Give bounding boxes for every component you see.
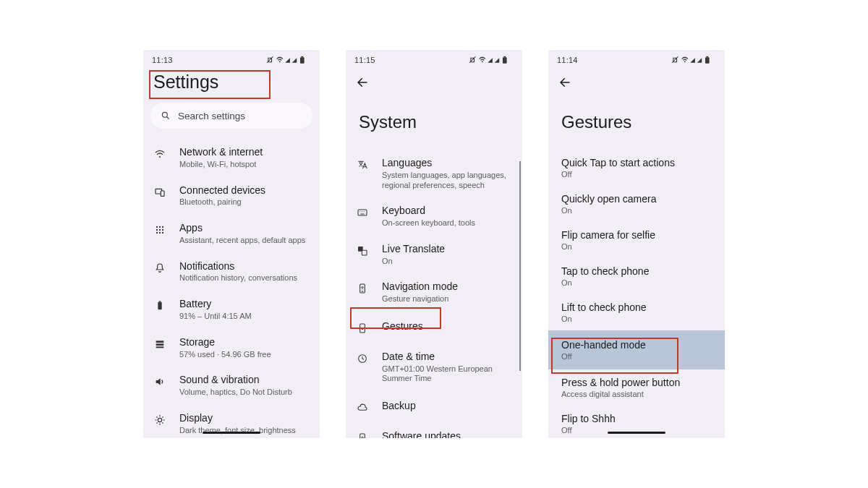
item-sub: GMT+01:00 Western European Summer Time [382, 364, 512, 385]
settings-item-apps[interactable]: AppsAssistant, recent apps, default apps [143, 215, 320, 253]
item-title: Connected devices [179, 184, 310, 197]
svg-point-16 [162, 232, 163, 234]
item-sub: Dark theme, font size, brightness [179, 426, 310, 436]
status-time: 11:15 [354, 56, 375, 64]
item-title: Press & hold power button [561, 377, 712, 388]
gesture-nav-pill[interactable] [608, 432, 665, 434]
scrollbar[interactable] [519, 161, 521, 371]
gesture-item-quicktap[interactable]: Quick Tap to start actions Off [548, 150, 725, 186]
clock-icon [356, 352, 369, 365]
item-title: Live Translate [382, 243, 512, 255]
phone-system: 11:15 System LanguagesSystem languages, … [346, 50, 522, 438]
status-bar: 11:14 [548, 51, 725, 69]
battery-icon [153, 299, 166, 312]
item-sub: Access digital assistant [561, 390, 712, 398]
settings-item-storage[interactable]: Storage57% used · 54.96 GB free [143, 329, 320, 367]
item-sub: Off [561, 170, 712, 179]
cloud-icon [356, 401, 369, 414]
item-title: Quickly open camera [561, 193, 712, 205]
back-button[interactable] [548, 69, 725, 92]
gesture-item-power[interactable]: Press & hold power button Access digital… [548, 369, 725, 406]
item-title: Backup [382, 400, 512, 412]
arrow-left-icon [558, 76, 571, 89]
page-title: Settings [143, 69, 320, 98]
system-item-navigation[interactable]: Navigation modeGesture navigation [346, 273, 522, 312]
svg-rect-23 [358, 210, 367, 215]
item-sub: Notification history, conversations [179, 273, 310, 283]
item-title: Battery [179, 298, 310, 310]
settings-item-network[interactable]: Network & internetMobile, Wi-Fi, hotspot [143, 139, 320, 177]
status-icons [671, 56, 716, 64]
search-icon [161, 111, 171, 121]
item-title: Display [179, 412, 310, 424]
system-item-languages[interactable]: LanguagesSystem languages, app languages… [346, 150, 522, 197]
item-title: Flip camera for selfie [561, 229, 712, 241]
system-item-gestures[interactable]: Gestures [346, 312, 522, 343]
settings-item-connected[interactable]: Connected devicesBluetooth, pairing [143, 177, 320, 215]
svg-rect-20 [156, 343, 164, 346]
item-title: Keyboard [382, 205, 512, 217]
navigation-icon [356, 282, 369, 295]
gesture-nav-pill[interactable] [203, 432, 260, 434]
item-title: Languages [382, 157, 512, 169]
search-settings[interactable]: Search settings [150, 103, 312, 129]
wifi-icon [153, 147, 166, 160]
bell-icon [153, 262, 166, 275]
svg-rect-21 [156, 346, 164, 348]
item-title: Sound & vibration [179, 374, 310, 386]
system-item-backup[interactable]: Backup [346, 391, 522, 423]
item-sub: Gesture navigation [382, 294, 512, 304]
system-item-keyboard[interactable]: KeyboardOn-screen keyboard, tools [346, 197, 522, 236]
item-title: Notifications [179, 260, 310, 273]
item-sub: Bluetooth, pairing [179, 197, 310, 207]
item-title: Gestures [382, 320, 512, 333]
status-icons [469, 56, 514, 64]
update-icon [356, 432, 369, 438]
item-title: Flip to Shhh [561, 413, 712, 424]
back-button[interactable] [346, 69, 522, 92]
item-title: Date & time [382, 351, 512, 363]
svg-point-14 [156, 232, 158, 234]
item-title: Lift to check phone [561, 301, 712, 313]
gesture-item-flipcam[interactable]: Flip camera for selfie On [548, 222, 725, 258]
svg-rect-7 [161, 191, 164, 196]
system-item-updates[interactable]: Software updatesMake your Pixel even bet… [346, 423, 522, 438]
settings-item-notifications[interactable]: NotificationsNotification history, conve… [143, 253, 320, 291]
svg-point-5 [159, 156, 161, 158]
status-time: 11:13 [152, 56, 173, 64]
sound-icon [153, 375, 166, 388]
svg-rect-25 [362, 250, 367, 255]
item-sub: Off [561, 352, 712, 361]
item-sub: On-screen keyboard, tools [382, 218, 512, 228]
gesture-item-onehanded[interactable]: One-handed mode Off [548, 330, 725, 369]
page-title: Gestures [548, 92, 725, 150]
gesture-item-tapcheck[interactable]: Tap to check phone On [548, 258, 725, 294]
item-title: Storage [179, 336, 310, 348]
svg-point-13 [162, 229, 163, 231]
settings-item-sound[interactable]: Sound & vibrationVolume, haptics, Do Not… [143, 367, 320, 405]
gesture-item-liftcheck[interactable]: Lift to check phone On [548, 294, 725, 330]
status-bar: 11:15 [346, 51, 522, 69]
item-sub: 57% used · 54.96 GB free [179, 350, 310, 360]
svg-point-8 [156, 226, 158, 228]
svg-point-12 [159, 229, 161, 231]
item-sub: On [382, 257, 512, 267]
item-title: Network & internet [179, 146, 310, 158]
search-placeholder: Search settings [178, 111, 245, 121]
status-bar: 11:13 [143, 51, 320, 69]
status-icons [266, 56, 311, 64]
gesture-item-camera[interactable]: Quickly open camera On [548, 186, 725, 222]
item-sub: 91% – Until 4:15 AM [179, 312, 310, 322]
status-time: 11:14 [557, 56, 578, 64]
keyboard-icon [356, 206, 369, 219]
svg-rect-17 [158, 302, 161, 310]
system-item-datetime[interactable]: Date & timeGMT+01:00 Western European Su… [346, 343, 522, 391]
item-sub: On [561, 314, 712, 323]
item-title: Tap to check phone [561, 265, 712, 277]
system-item-translate[interactable]: Live TranslateOn [346, 236, 522, 274]
gestures-icon [356, 322, 369, 335]
settings-item-battery[interactable]: Battery91% – Until 4:15 AM [143, 291, 320, 329]
svg-point-3 [162, 112, 167, 117]
item-sub: On [561, 206, 712, 215]
display-icon [153, 414, 166, 427]
